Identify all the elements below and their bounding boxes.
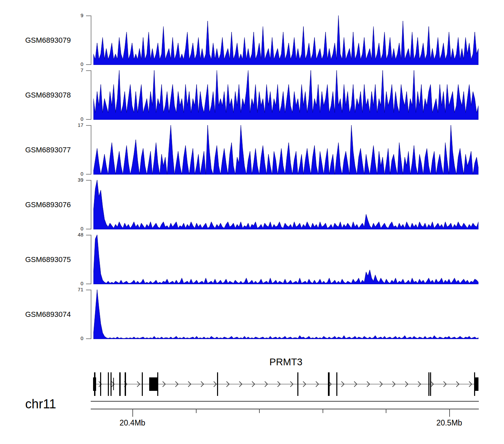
exon-box xyxy=(475,377,478,391)
strand-arrow-icon xyxy=(214,381,216,387)
strand-arrow-icon xyxy=(278,381,280,387)
strand-arrow-icon xyxy=(316,381,319,387)
axis-tick-label: 20.5Mb xyxy=(429,418,469,428)
strand-arrow-icon xyxy=(456,381,459,387)
coverage-area xyxy=(93,180,478,229)
strand-arrow-icon xyxy=(354,381,357,387)
strand-arrow-icon xyxy=(175,381,178,387)
exon-tall xyxy=(217,372,218,396)
axis-major-tick xyxy=(132,409,133,417)
y-axis-line xyxy=(91,70,91,120)
axis-tick-label: 20.4Mb xyxy=(112,418,153,428)
y-axis-bottom-tick xyxy=(86,119,91,120)
strand-arrow-icon xyxy=(201,381,204,387)
strand-arrow-icon xyxy=(392,381,395,387)
coverage-area xyxy=(93,235,478,284)
axis-minor-tick xyxy=(196,409,197,413)
strand-arrow-icon xyxy=(137,381,140,387)
strand-arrow-icon xyxy=(163,381,165,387)
exon-tall xyxy=(142,372,143,396)
y-axis-line xyxy=(91,180,91,229)
y-axis-max-label: 9 xyxy=(70,13,83,18)
track-label: GSM6893079 xyxy=(25,36,79,45)
strand-arrow-icon xyxy=(405,381,408,387)
track-label: GSM6893078 xyxy=(25,91,79,100)
strand-arrow-icon xyxy=(265,381,267,387)
strand-arrow-icon xyxy=(290,381,293,387)
exon-tall xyxy=(336,372,337,396)
strand-arrow-icon xyxy=(341,381,344,387)
y-axis-top-tick xyxy=(86,235,91,235)
exon-tall xyxy=(430,372,431,396)
strand-arrow-icon xyxy=(444,381,446,387)
axis-upper-line xyxy=(91,401,479,402)
y-axis-zero-label: 0 xyxy=(70,116,83,122)
y-axis-max-label: 71 xyxy=(70,287,83,292)
y-axis-line xyxy=(91,125,91,175)
track-label: GSM6893076 xyxy=(25,200,79,209)
y-axis-max-label: 7 xyxy=(70,68,83,73)
exon-tall xyxy=(297,372,298,396)
exon-tall xyxy=(157,372,158,396)
coverage-area xyxy=(93,70,478,120)
y-axis-zero-label: 0 xyxy=(70,62,83,67)
strand-arrow-icon xyxy=(469,381,472,387)
y-axis-max-label: 39 xyxy=(70,177,83,183)
exon-tall xyxy=(428,372,429,396)
y-axis-top-tick xyxy=(86,180,91,181)
exon-tall xyxy=(125,372,126,396)
coverage-area xyxy=(93,15,478,65)
exon-tall xyxy=(119,372,121,396)
y-axis-line xyxy=(91,15,91,65)
gene-name-label: PRMT3 xyxy=(252,357,320,368)
y-axis-bottom-tick xyxy=(86,229,91,229)
strand-arrow-icon xyxy=(252,381,255,387)
y-axis-zero-label: 0 xyxy=(70,336,83,341)
axis-minor-tick xyxy=(259,409,260,413)
y-axis-zero-label: 0 xyxy=(70,281,83,286)
y-axis-bottom-tick xyxy=(86,174,91,175)
axis-minor-tick xyxy=(386,409,386,413)
exon-tall xyxy=(108,372,109,396)
axis-minor-tick xyxy=(323,409,323,413)
strand-arrow-icon xyxy=(188,381,191,387)
track-label: GSM6893077 xyxy=(25,146,79,154)
strand-arrow-icon xyxy=(226,381,229,387)
y-axis-max-label: 48 xyxy=(70,232,83,237)
axis-lower-line xyxy=(91,409,479,409)
y-axis-top-tick xyxy=(86,125,91,126)
coverage-area xyxy=(93,125,478,175)
y-axis-bottom-tick xyxy=(86,64,91,65)
y-axis-line xyxy=(91,235,91,284)
exon-tall xyxy=(328,372,330,396)
track-label: GSM6893074 xyxy=(25,310,79,319)
strand-arrow-icon xyxy=(303,381,306,387)
coverage-area xyxy=(93,290,478,339)
strand-arrow-icon xyxy=(380,381,382,387)
strand-arrow-icon xyxy=(431,381,433,387)
y-axis-top-tick xyxy=(86,290,91,290)
y-axis-line xyxy=(91,290,91,339)
strand-arrow-icon xyxy=(418,381,421,387)
y-axis-top-tick xyxy=(86,15,91,16)
track-label: GSM6893075 xyxy=(25,255,79,264)
y-axis-zero-label: 0 xyxy=(70,171,83,177)
axis-major-tick xyxy=(449,409,450,417)
strand-arrow-icon xyxy=(239,381,242,387)
y-axis-bottom-tick xyxy=(86,338,91,339)
exon-mid xyxy=(113,378,114,390)
y-axis-zero-label: 0 xyxy=(70,226,83,231)
y-axis-max-label: 17 xyxy=(70,122,83,128)
genome-browser-figure: GSM689307990GSM689307870GSM6893077170GSM… xyxy=(0,0,504,444)
y-axis-bottom-tick xyxy=(86,284,91,284)
strand-arrow-icon xyxy=(367,381,370,387)
exon-tall xyxy=(100,372,101,396)
y-axis-top-tick xyxy=(86,70,91,71)
exon-tall xyxy=(94,372,95,396)
chromosome-label: chr11 xyxy=(25,397,56,411)
exon-tall xyxy=(111,372,112,396)
exon-box xyxy=(149,377,158,391)
